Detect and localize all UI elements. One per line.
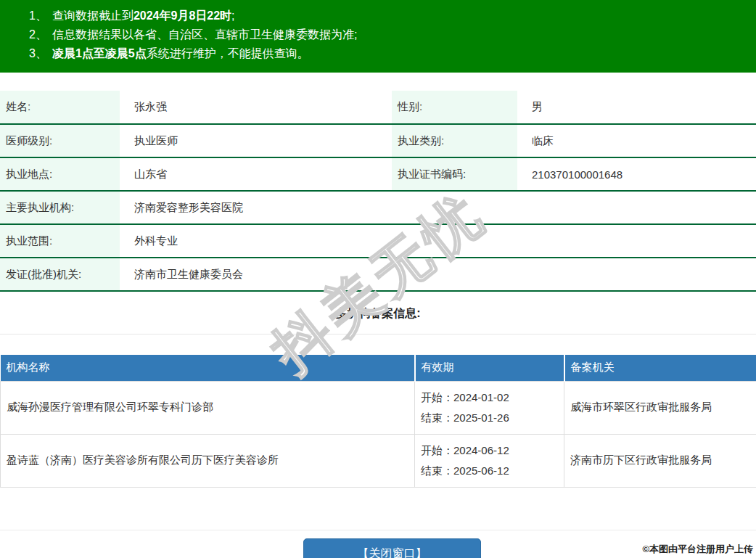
filing-row: 盈诗蓝（济南）医疗美容诊所有限公司历下医疗美容诊所 开始：2024-06-12 … (1, 434, 756, 487)
info-row-level-category: 医师级别: 执业医师 执业类别: 临床 (0, 124, 756, 157)
notice-text-bold: 凌晨1点至凌晨5点 (52, 47, 147, 60)
notice-text-bold: 2024年9月8日22时 (133, 9, 231, 22)
copyright-watermark: ©本图由平台注册用户上传 (642, 543, 753, 556)
query-result-page: 1、查询数据截止到2024年9月8日22时; 2、信息数据结果以各省、自治区、直… (0, 0, 756, 558)
field-value-name: 张永强 (120, 91, 392, 124)
info-row-main-org: 主要执业机构: 济南爱容整形美容医院 (0, 191, 756, 224)
field-value-level: 执业医师 (120, 124, 392, 157)
footer-divider (0, 530, 756, 530)
info-row-name-gender: 姓名: 张永强 性别: 男 (0, 91, 756, 124)
field-value-scope: 外科专业 (120, 224, 756, 258)
section-title-multi-org-filing: 多机构备案信息: (0, 306, 756, 321)
filing-authority: 济南市历下区行政审批服务局 (564, 434, 756, 487)
notice-banner: 1、查询数据截止到2024年9月8日22时; 2、信息数据结果以各省、自治区、直… (0, 0, 756, 73)
notice-line-2: 2、信息数据结果以各省、自治区、直辖市卫生健康委数据为准; (29, 25, 741, 44)
field-value-category: 临床 (517, 124, 756, 157)
validity-start: 开始：2024-01-02 (421, 387, 558, 408)
filing-table: 机构名称 有效期 备案机关 威海孙漫医疗管理有限公司环翠专科门诊部 开始：202… (0, 355, 756, 488)
notice-text: 信息数据结果以各省、自治区、直辖市卫生健康委数据为准; (52, 28, 357, 41)
practitioner-info-table: 姓名: 张永强 性别: 男 医师级别: 执业医师 执业类别: 临床 执业地点: … (0, 91, 756, 292)
close-window-button[interactable]: 【关闭窗口】 (303, 538, 481, 558)
field-label-cert-no: 执业证书编码: (392, 157, 517, 191)
field-value-gender: 男 (517, 91, 756, 124)
field-label-level: 医师级别: (0, 124, 120, 157)
filing-org-name: 威海孙漫医疗管理有限公司环翠专科门诊部 (1, 381, 415, 434)
info-row-scope: 执业范围: 外科专业 (0, 224, 756, 258)
column-header-validity: 有效期 (415, 355, 564, 381)
field-value-main-org: 济南爱容整形美容医院 (120, 191, 756, 224)
info-row-location-certno: 执业地点: 山东省 执业证书编码: 210370100001648 (0, 157, 756, 191)
field-label-location: 执业地点: (0, 157, 120, 191)
column-header-org-name: 机构名称 (1, 355, 415, 381)
validity-end: 结束：2025-01-26 (421, 408, 558, 428)
filing-header-row: 机构名称 有效期 备案机关 (1, 355, 756, 381)
filing-validity: 开始：2024-06-12 结束：2025-06-12 (415, 434, 564, 487)
section-divider (0, 334, 756, 335)
notice-text: 系统进行维护，不能提供查询。 (147, 47, 309, 60)
notice-line-3: 3、凌晨1点至凌晨5点系统进行维护，不能提供查询。 (29, 44, 741, 63)
notice-text: ; (231, 9, 234, 22)
field-value-cert-no: 210370100001648 (517, 157, 756, 191)
validity-end: 结束：2025-06-12 (421, 461, 558, 481)
notice-number: 2、 (29, 28, 47, 41)
notice-number: 3、 (29, 47, 47, 60)
filing-authority: 威海市环翠区行政审批服务局 (564, 381, 756, 434)
column-header-filing-authority: 备案机关 (564, 355, 756, 381)
filing-org-name: 盈诗蓝（济南）医疗美容诊所有限公司历下医疗美容诊所 (1, 434, 415, 487)
info-row-issuing-authority: 发证(批准)机关: 济南市卫生健康委员会 (0, 258, 756, 291)
field-label-issuing-authority: 发证(批准)机关: (0, 258, 120, 291)
field-value-location: 山东省 (120, 157, 392, 191)
validity-start: 开始：2024-06-12 (421, 440, 558, 461)
field-label-scope: 执业范围: (0, 224, 120, 258)
filing-row: 威海孙漫医疗管理有限公司环翠专科门诊部 开始：2024-01-02 结束：202… (1, 381, 756, 434)
field-label-gender: 性别: (392, 91, 517, 124)
notice-number: 1、 (29, 9, 47, 22)
filing-validity: 开始：2024-01-02 结束：2025-01-26 (415, 381, 564, 434)
field-label-main-org: 主要执业机构: (0, 191, 120, 224)
notice-line-1: 1、查询数据截止到2024年9月8日22时; (29, 7, 741, 25)
notice-text: 查询数据截止到 (52, 9, 133, 22)
field-label-category: 执业类别: (392, 124, 517, 157)
field-label-name: 姓名: (0, 91, 120, 124)
field-value-issuing-authority: 济南市卫生健康委员会 (120, 258, 756, 291)
